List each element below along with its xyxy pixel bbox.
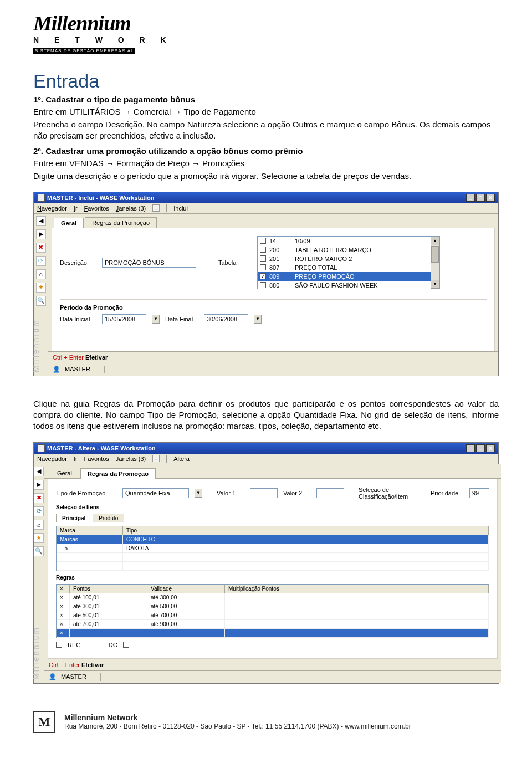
subtabs: Principal Produto	[56, 510, 489, 522]
page-title: Entrada	[33, 70, 499, 92]
tabela-row[interactable]: 807PREÇO TOTAL	[258, 263, 431, 272]
brand-logo: Millennium N E T W O R K SISTEMAS DE GES…	[33, 11, 499, 54]
step1-line2: Preencha o campo Descrição. No campo Nat…	[33, 119, 499, 142]
sidebar-star-icon[interactable]: ★	[36, 283, 46, 293]
menu-ir[interactable]: Ir	[74, 205, 78, 212]
menubar: Navegador Ir Favoritos Janelas (3) ↓ Alt…	[34, 454, 498, 464]
tab-regras[interactable]: Regras da Promoção	[85, 217, 157, 228]
paragraph-after: Clique na guia Regras da Promoção para d…	[33, 398, 499, 432]
input-data-final[interactable]	[204, 314, 248, 324]
sidebar-stop-icon[interactable]: ✖	[34, 493, 44, 503]
sidebar-fwd-icon[interactable]: ▶	[34, 480, 44, 490]
close-button[interactable]: X	[486, 194, 495, 202]
label-prioridade: Prioridade	[431, 490, 464, 496]
input-data-inicial[interactable]	[102, 314, 146, 324]
tabela-row[interactable]: 200TABELA ROTEIRO MARÇO	[258, 245, 431, 254]
menu-favoritos[interactable]: Favoritos	[84, 205, 109, 212]
input-tipo-promocao[interactable]	[122, 488, 189, 498]
grid-row[interactable]: ×até 700,01até 900,00	[57, 620, 489, 629]
checkbox-reg[interactable]	[56, 642, 62, 648]
checkbox-icon[interactable]	[260, 247, 266, 253]
titlebar: MASTER - Inclui - WASE Workstation _ □ X	[34, 192, 498, 203]
input-valor1[interactable]	[250, 488, 278, 498]
page-footer: M Millennium Network Rua Mamoré, 200 - B…	[33, 706, 499, 733]
label-periodo: Período da Promoção	[60, 299, 487, 311]
scroll-up-icon[interactable]: ▲	[431, 237, 439, 245]
menubar: NNavegadoravegador Ir Favoritos Janelas …	[34, 203, 498, 214]
tabela-row[interactable]: 201ROTEIRO MARÇO 2	[258, 254, 431, 263]
grid-row[interactable]: MarcasCONCEITO	[57, 535, 489, 544]
step2-line1: Entre em VENDAS → Formação de Preço → Pr…	[33, 158, 499, 169]
menu-janelas[interactable]: Janelas (3)	[116, 455, 146, 462]
footer-address: Rua Mamoré, 200 - Bom Retiro - 01128-020…	[64, 722, 411, 731]
panel-geral: Descrição Tabela 1410/09 200TABELA ROTEI…	[52, 228, 495, 351]
menu-navegador[interactable]: Navegador	[37, 455, 67, 462]
input-prioridade[interactable]	[469, 488, 489, 498]
checkbox-icon[interactable]	[260, 238, 266, 244]
sidebar-back-icon[interactable]: ◀	[34, 467, 44, 476]
tabs: Geral Regras da Promoção	[44, 464, 501, 479]
menu-favoritos[interactable]: Favoritos	[84, 455, 109, 462]
sidebar-refresh-icon[interactable]: ⟳	[34, 506, 44, 516]
checkbox-icon[interactable]	[260, 282, 266, 288]
subtab-principal[interactable]: Principal	[56, 514, 91, 522]
grid-marcas[interactable]: Marca Tipo MarcasCONCEITO = 5DAKOTA	[56, 526, 489, 571]
window-title: MASTER - Inclui - WASE Workstation	[47, 194, 155, 201]
input-descricao[interactable]	[102, 258, 196, 268]
dropdown-icon[interactable]: ▼	[152, 315, 160, 324]
col-pontos: Pontos	[70, 585, 147, 593]
close-button[interactable]: X	[486, 444, 495, 452]
grid-regras[interactable]: × Pontos Validade Multiplicação Pontos ×…	[56, 584, 489, 638]
sidebar-search-icon[interactable]: 🔍	[34, 546, 44, 556]
grid-row[interactable]	[57, 553, 489, 562]
sidebar-fwd-icon[interactable]: ▶	[36, 229, 46, 239]
input-valor2[interactable]	[316, 488, 344, 498]
grid-row[interactable]: ×até 500,01até 700,00	[57, 611, 489, 620]
tabela-row-selected[interactable]: ✓809PREÇO PROMOÇÃO	[258, 272, 431, 281]
checkbox-checked-icon[interactable]: ✓	[260, 273, 266, 279]
tab-regras[interactable]: Regras da Promoção	[80, 468, 156, 479]
window-title: MASTER - Altera - WASE Workstation	[47, 445, 156, 452]
checkbox-icon[interactable]	[260, 255, 266, 262]
grid-row-selected[interactable]: ×	[57, 629, 489, 638]
tabs: Geral Regras da Promoção	[48, 214, 498, 228]
minimize-button[interactable]: _	[466, 444, 475, 452]
dropdown-icon[interactable]: ↓	[152, 455, 160, 462]
menu-ir[interactable]: Ir	[74, 455, 78, 462]
grid-row[interactable]	[57, 562, 489, 571]
dropdown-icon[interactable]: ▼	[254, 315, 262, 324]
grid-row[interactable]: ×até 300,01até 500,00	[57, 602, 489, 611]
col-marca: Marca	[57, 526, 123, 535]
tab-geral[interactable]: Geral	[50, 468, 79, 478]
tab-geral[interactable]: Geral	[54, 218, 84, 228]
tabela-row[interactable]: 1410/09	[258, 237, 431, 245]
minimize-button[interactable]: _	[466, 194, 475, 202]
dropdown-icon[interactable]: ▼	[195, 489, 202, 498]
sidebar-refresh-icon[interactable]: ⟳	[36, 256, 46, 266]
grid-row[interactable]: ×até 100,01até 300,00	[57, 593, 489, 602]
label-data-inicial: Data Inicial	[60, 316, 96, 322]
status-user: MASTER	[61, 673, 86, 681]
menu-janelas[interactable]: Janelas (3)	[116, 205, 146, 212]
listbox-tabela[interactable]: 1410/09 200TABELA ROTEIRO MARÇO 201ROTEI…	[257, 236, 440, 289]
grid-row[interactable]: = 5DAKOTA	[57, 544, 489, 553]
sidebar-home-icon[interactable]: ⌂	[34, 520, 44, 530]
maximize-button[interactable]: □	[476, 194, 485, 202]
brand-name: Millennium	[33, 11, 499, 35]
scroll-down-icon[interactable]: ▼	[431, 280, 439, 289]
sidebar-star-icon[interactable]: ★	[34, 533, 44, 543]
sidebar-home-icon[interactable]: ⌂	[36, 269, 46, 279]
maximize-button[interactable]: □	[476, 444, 485, 452]
menu-navegador[interactable]: NNavegadoravegador	[37, 205, 67, 212]
breadcrumb: Inclui	[173, 205, 188, 212]
subtab-produto[interactable]: Produto	[93, 514, 124, 522]
sidebar-stop-icon[interactable]: ✖	[36, 243, 46, 253]
dropdown-icon[interactable]: ↓	[152, 204, 160, 212]
tabela-row[interactable]: 880SÃO PAULO FASHION WEEK	[258, 281, 431, 289]
scrollbar[interactable]: ▲ ▼	[431, 237, 439, 289]
sidebar-back-icon[interactable]: ◀	[36, 216, 46, 226]
sidebar-search-icon[interactable]: 🔍	[36, 296, 46, 306]
scroll-thumb[interactable]	[431, 246, 439, 263]
checkbox-icon[interactable]	[260, 264, 266, 270]
checkbox-dc[interactable]	[123, 642, 129, 648]
